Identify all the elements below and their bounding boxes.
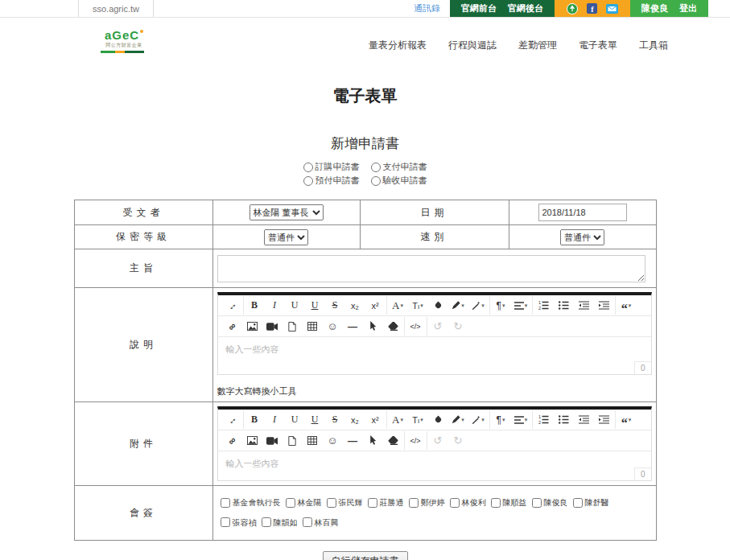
unordered-list-icon[interactable] [554, 296, 574, 315]
strikethrough-icon[interactable]: S [325, 410, 345, 429]
countersign-option[interactable]: 林金陽 [286, 494, 322, 511]
eraser-icon[interactable] [383, 431, 403, 450]
paragraph-icon[interactable]: ¶▾ [491, 296, 511, 315]
superscript-icon[interactable]: x² [365, 296, 386, 315]
horizontal-rule-icon[interactable]: — [343, 317, 363, 336]
countersign-checkbox[interactable] [573, 498, 583, 508]
logout-button[interactable]: 登出 [679, 2, 697, 14]
brush-icon[interactable]: ▾ [448, 296, 468, 315]
document-icon[interactable] [283, 317, 303, 336]
org-logo[interactable]: aGeC 阿公方財富企業 [101, 29, 147, 53]
countersign-checkbox[interactable] [409, 498, 419, 508]
bold-icon[interactable]: B [245, 410, 265, 429]
clear-format-icon[interactable]: ▾ [468, 410, 489, 429]
nav-item-5[interactable]: 工具箱 [639, 39, 668, 52]
subscript-icon[interactable]: x₂ [345, 410, 365, 429]
outdent-icon[interactable] [574, 296, 594, 315]
org-circle-icon[interactable] [567, 3, 578, 14]
emoticon-icon[interactable]: ☺ [323, 431, 343, 450]
form-type-option[interactable]: 驗收申請書 [371, 175, 427, 187]
underline-icon[interactable]: U [285, 296, 305, 315]
form-type-option[interactable]: 訂購申請書 [303, 161, 360, 173]
back-color-icon[interactable] [428, 410, 448, 429]
countersign-checkbox[interactable] [368, 498, 377, 508]
image-icon[interactable] [242, 431, 262, 450]
video-icon[interactable] [262, 431, 283, 450]
horizontal-rule-icon[interactable]: — [343, 431, 363, 450]
table-icon[interactable] [303, 431, 323, 450]
strikethrough-icon[interactable]: S [325, 296, 345, 315]
outdent-icon[interactable] [574, 410, 594, 429]
front-site-link[interactable]: 官網前台 [461, 2, 497, 14]
facebook-icon[interactable]: f [587, 3, 597, 14]
countersign-checkbox[interactable] [221, 498, 230, 508]
italic-icon[interactable]: I [265, 296, 285, 315]
link-icon[interactable]: ∞ [222, 431, 242, 450]
form-type-radio[interactable] [371, 176, 381, 186]
countersign-checkbox[interactable] [532, 498, 542, 508]
fullscreen-icon[interactable]: ↔ [222, 410, 242, 429]
superscript-icon[interactable]: x² [365, 410, 386, 429]
countersign-checkbox[interactable] [450, 498, 460, 508]
contacts-link[interactable]: 通訊錄 [404, 0, 450, 17]
italic-icon[interactable]: I [265, 410, 285, 429]
pointer-icon[interactable] [363, 431, 383, 450]
paragraph-icon[interactable]: ¶▾ [491, 410, 511, 429]
form-type-option[interactable]: 支付申請書 [371, 161, 427, 173]
form-type-radio[interactable] [371, 163, 381, 172]
indent-icon[interactable] [594, 296, 614, 315]
code-view-icon[interactable]: </> [406, 431, 426, 450]
bold-icon[interactable]: B [245, 296, 265, 315]
countersign-option[interactable]: 基金會執行長 [221, 494, 281, 511]
user-name[interactable]: 陳俊良 [641, 2, 668, 14]
unordered-list-icon[interactable] [554, 410, 574, 429]
nav-item-1[interactable]: 量表分析報表 [369, 39, 427, 52]
form-type-radio[interactable] [303, 176, 313, 186]
blockquote-icon[interactable]: “▾ [617, 296, 637, 315]
countersign-checkbox[interactable] [327, 498, 336, 508]
video-icon[interactable] [262, 317, 283, 336]
pointer-icon[interactable] [363, 317, 383, 336]
form-type-radio[interactable] [303, 163, 313, 172]
date-input[interactable] [538, 204, 627, 221]
table-icon[interactable] [303, 317, 323, 336]
underline-alt-icon[interactable]: U [305, 410, 325, 429]
countersign-checkbox[interactable] [286, 498, 295, 508]
back-site-link[interactable]: 官網後台 [508, 2, 543, 14]
font-size-icon[interactable]: TI▾ [408, 410, 428, 429]
countersign-option[interactable]: 陳俊良 [532, 494, 568, 511]
indent-icon[interactable] [594, 410, 614, 429]
countersign-checkbox[interactable] [303, 517, 312, 527]
link-icon[interactable]: ∞ [222, 317, 242, 336]
priority-select[interactable]: 普通件 [560, 229, 604, 245]
clear-format-icon[interactable]: ▾ [468, 296, 489, 315]
confidentiality-select[interactable]: 普通件 [264, 229, 308, 245]
countersign-option[interactable]: 林俊利 [450, 494, 486, 511]
recipient-select[interactable]: 林金陽 董事長 [250, 204, 324, 220]
countersign-option[interactable]: 莊勝通 [368, 494, 404, 511]
subscript-icon[interactable]: x₂ [345, 296, 365, 315]
countersign-option[interactable]: 鄭伊婷 [409, 494, 445, 511]
font-color-icon[interactable]: A▾ [388, 296, 408, 315]
nav-item-2[interactable]: 行程與週誌 [448, 39, 497, 52]
back-color-icon[interactable] [428, 296, 448, 315]
countersign-checkbox[interactable] [491, 498, 501, 508]
sso-domain-tab[interactable]: sso.agric.tw [78, 0, 154, 17]
editor-content-area[interactable]: 輸入一些內容 0 [218, 337, 651, 374]
eraser-icon[interactable] [383, 317, 403, 336]
countersign-option[interactable]: 張容禎 [221, 514, 257, 531]
nav-item-4[interactable]: 電子表單 [579, 39, 617, 52]
font-color-icon[interactable]: A▾ [388, 410, 408, 429]
code-view-icon[interactable]: </> [406, 317, 426, 336]
nav-item-3[interactable]: 差勤管理 [518, 39, 557, 52]
font-size-icon[interactable]: TI▾ [408, 296, 428, 315]
underline-alt-icon[interactable]: U [305, 296, 325, 315]
form-type-option[interactable]: 預付申請書 [303, 175, 360, 187]
blockquote-icon[interactable]: “▾ [617, 410, 637, 429]
subject-input[interactable] [217, 255, 645, 282]
countersign-option[interactable]: 林百興 [303, 514, 339, 531]
countersign-checkbox[interactable] [262, 517, 271, 527]
countersign-option[interactable]: 陳舒醫 [573, 494, 609, 511]
underline-icon[interactable]: U [285, 410, 305, 429]
align-icon[interactable]: ▾ [511, 296, 531, 315]
